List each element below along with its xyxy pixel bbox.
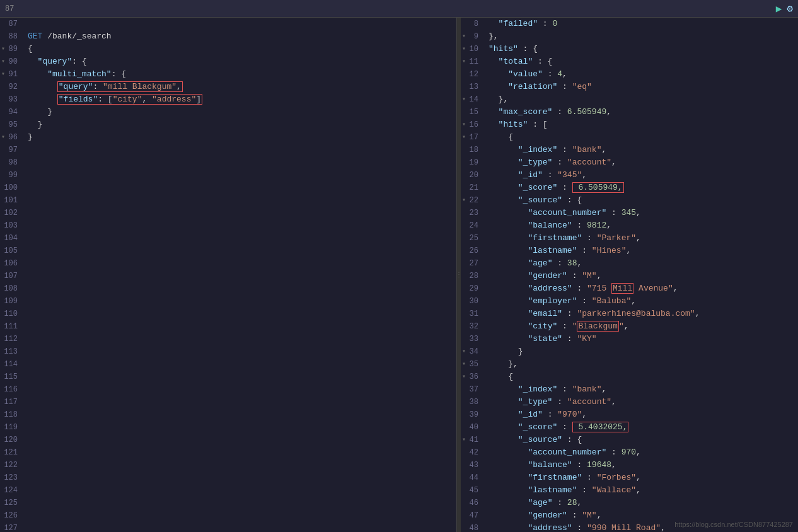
right-line-26: 26 "lastname" : "Hines", [461,245,798,257]
line-num-87: 87 [0,18,25,30]
code-line-101: 101 [0,194,456,207]
right-line-num-28: 28 [461,270,486,282]
right-content-9: }, [486,30,798,43]
right-content-23: "account_number" : 345, [486,207,798,219]
toolbar: 87 ▶ ⚙ [0,0,798,18]
right-line-12: 12 "value" : 4, [461,68,798,81]
right-line-8: 8 "failed" : 0 [461,18,798,30]
right-content-47: "gender" : "M", [486,509,798,522]
line-num-89: 89 [0,43,25,55]
right-line-23: 23 "account_number" : 345, [461,207,798,219]
right-line-num-30: 30 [461,295,486,308]
right-line-15: 15 "max_score" : 6.505949, [461,106,798,119]
right-line-num-32: 32 [461,320,486,333]
right-line-20: 20 "_id" : "345", [461,169,798,182]
right-line-37: 37 "_index" : "bank", [461,383,798,396]
right-line-29: 29 "address" : "715 Mill Avenue", [461,282,798,295]
right-line-36: 36 { [461,371,798,383]
line-num-90: 90 [0,55,25,68]
right-line-num-40: 40 [461,421,486,434]
right-content-31: "email" : "parkerhines@baluba.com", [486,308,798,320]
right-line-num-43: 43 [461,459,486,471]
right-line-num-10: 10 [461,43,486,55]
right-panel[interactable]: 8 "failed" : 0 9 }, 10 "hits" : { 11 "to… [461,18,798,532]
run-button[interactable]: ▶ [776,3,782,15]
right-content-41: "_source" : { [486,434,798,446]
right-line-num-37: 37 [461,383,486,396]
right-content-20: "_id" : "345", [486,169,798,182]
right-content-43: "balance" : 19648, [486,459,798,471]
right-content-12: "value" : 4, [486,68,798,81]
code-content-88: GET /bank/_search [25,30,456,43]
code-line-119: 119 [0,421,456,434]
code-content-91: "multi_match": { [25,68,456,81]
right-content-11: "total" : { [486,55,798,68]
line-num-95: 95 [0,119,25,131]
right-content-45: "lastname" : "Wallace", [486,484,798,497]
right-line-num-42: 42 [461,446,486,459]
code-content-96: } [25,131,456,144]
right-content-18: "_index" : "bank", [486,144,798,156]
right-content-37: "_index" : "bank", [486,383,798,396]
right-line-39: 39 "_id" : "970", [461,408,798,421]
right-content-27: "age" : 38, [486,257,798,270]
right-line-num-18: 18 [461,144,486,156]
right-line-num-22: 22 [461,194,486,207]
right-content-8: "failed" : 0 [486,18,798,30]
left-panel[interactable]: 87 88 GET /bank/_search 89 { 90 "query":… [0,18,457,532]
right-line-34: 34 } [461,345,798,358]
settings-button[interactable]: ⚙ [787,3,793,15]
code-content-92: "query": "mill Blackgum", [25,81,456,93]
right-line-num-38: 38 [461,396,486,408]
code-line-123: 123 [0,471,456,484]
right-line-30: 30 "employer" : "Baluba", [461,295,798,308]
right-content-15: "max_score" : 6.505949, [486,106,798,119]
right-line-num-39: 39 [461,408,486,421]
right-content-33: "state" : "KY" [486,333,798,345]
code-line-114: 114 [0,358,456,371]
right-content-28: "gender" : "M", [486,270,798,282]
code-line-91: 91 "multi_match": { [0,68,456,81]
code-line-111: 111 [0,320,456,333]
code-line-87: 87 [0,18,456,30]
right-line-24: 24 "balance" : 9812, [461,219,798,232]
code-line-98: 98 [0,156,456,169]
right-content-24: "balance" : 9812, [486,219,798,232]
right-line-num-15: 15 [461,106,486,119]
right-line-44: 44 "firstname" : "Forbes", [461,471,798,484]
right-content-26: "lastname" : "Hines", [486,245,798,257]
right-line-33: 33 "state" : "KY" [461,333,798,345]
right-content-40: "_score" : 5.4032025, [486,421,798,434]
right-content-29: "address" : "715 Mill Avenue", [486,282,798,295]
right-line-num-31: 31 [461,308,486,320]
code-line-95: 95 } [0,119,456,131]
right-line-num-17: 17 [461,131,486,144]
right-line-27: 27 "age" : 38, [461,257,798,270]
line-num-93: 93 [0,93,25,106]
right-line-num-23: 23 [461,207,486,219]
right-content-32: "city" : "Blackgum", [486,320,798,333]
code-line-89: 89 { [0,43,456,55]
code-line-103: 103 [0,219,456,232]
right-line-num-14: 14 [461,93,486,106]
right-line-num-19: 19 [461,156,486,169]
right-line-25: 25 "firstname" : "Parker", [461,232,798,245]
right-line-35: 35 }, [461,358,798,371]
code-line-105: 105 [0,245,456,257]
line-num-91: 91 [0,68,25,81]
code-line-94: 94 } [0,106,456,119]
right-line-num-21: 21 [461,182,486,194]
right-line-num-12: 12 [461,68,486,81]
right-line-num-24: 24 [461,219,486,232]
code-line-115: 115 [0,371,456,383]
line-num-92: 92 [0,81,25,93]
right-line-38: 38 "_type" : "account", [461,396,798,408]
right-line-num-35: 35 [461,358,486,371]
code-content-94: } [25,106,456,119]
right-line-num-29: 29 [461,282,486,295]
code-content-90: "query": { [25,55,456,68]
right-line-num-36: 36 [461,371,486,383]
right-line-num-13: 13 [461,81,486,93]
code-line-116: 116 [0,383,456,396]
right-line-45: 45 "lastname" : "Wallace", [461,484,798,497]
